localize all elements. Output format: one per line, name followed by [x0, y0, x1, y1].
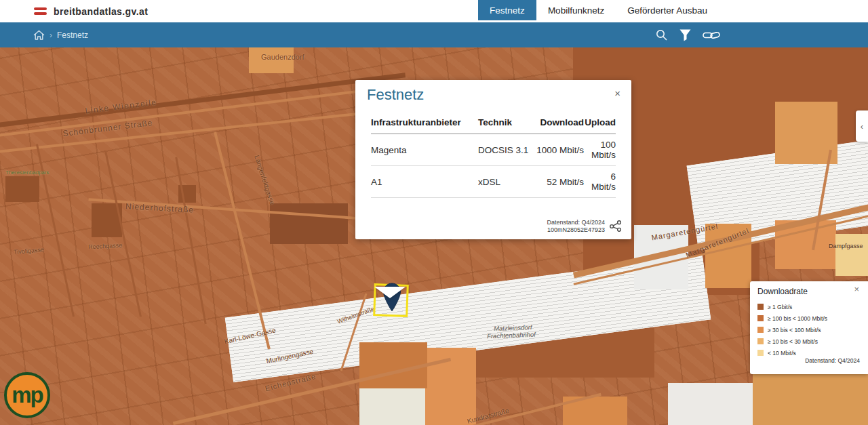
search-icon[interactable]	[655, 28, 668, 41]
legend-swatch	[757, 315, 764, 321]
legend-title: Downloadrate	[757, 287, 808, 296]
legend-label: ≥ 100 bis < 1000 Mbit/s	[768, 315, 827, 322]
tab-gef-rderter-ausbau[interactable]: Geförderter Ausbau	[616, 0, 719, 20]
nav-tabs: FestnetzMobilfunknetzGeförderter Ausbau	[478, 0, 719, 22]
tab-mobilfunknetz[interactable]: Mobilfunknetz	[536, 0, 616, 20]
table-row: A1xDSL52 Mbit/s6 Mbit/s	[371, 166, 616, 198]
brand[interactable]: breitbandatlas.gv.at	[34, 6, 148, 17]
tab-festnetz[interactable]: Festnetz	[478, 0, 536, 20]
link-icon[interactable]	[703, 30, 720, 41]
cell-infrastrukturanbieter: Magenta	[371, 134, 478, 166]
map-label-gaudenzdorf: Gaudenzdorf	[261, 53, 304, 61]
map-coverage-cell	[835, 234, 868, 276]
close-icon[interactable]: ×	[854, 284, 859, 294]
map-label-theresienbadpark: Theresienbadpark	[5, 169, 49, 176]
legend-item: ≥ 30 bis < 100 Mbit/s	[757, 324, 827, 336]
col-header-download: Download	[531, 113, 584, 134]
col-header-upload: Upload	[584, 113, 616, 134]
breadcrumb: › Festnetz	[33, 30, 88, 41]
app-header: breitbandatlas.gv.at FestnetzMobilfunkne…	[0, 0, 868, 22]
popup-pointer	[374, 287, 406, 298]
col-header-infrastrukturanbieter: Infrastrukturanbieter	[371, 113, 478, 134]
share-icon[interactable]	[610, 220, 622, 232]
legend-swatch	[757, 350, 764, 356]
breadcrumb-chevron: ›	[50, 31, 52, 40]
legend-panel: Downloadrate × ≥ 1 Gbit/s≥ 100 bis < 100…	[750, 281, 868, 374]
home-icon[interactable]	[33, 30, 45, 41]
popup-title: Festnetz	[367, 86, 424, 104]
cell-technik: DOCSIS 3.1	[478, 134, 531, 166]
map-coverage-cell	[359, 386, 427, 425]
cell-download: 52 Mbit/s	[531, 166, 584, 198]
panel-collapse-button[interactable]: ‹	[856, 110, 868, 142]
legend-label: ≥ 1 Gbit/s	[768, 304, 792, 310]
legend-swatch	[757, 327, 764, 333]
datenstand-label: Datenstand: Q4/2024	[547, 219, 605, 226]
map-toolbar: › Festnetz	[0, 22, 868, 47]
legend-label: ≥ 10 bis < 30 Mbit/s	[768, 338, 818, 345]
provider-table: InfrastrukturanbieterTechnikDownloadUplo…	[371, 113, 616, 198]
festnetz-popup: Festnetz × InfrastrukturanbieterTechnikD…	[355, 80, 631, 239]
data-status: Datenstand: Q4/2024 100mN28052E47923	[547, 219, 605, 235]
table-row: MagentaDOCSIS 3.11000 Mbit/s100 Mbit/s	[371, 134, 616, 166]
cell-infrastrukturanbieter: A1	[371, 166, 478, 198]
col-header-technik: Technik	[478, 113, 531, 134]
legend-item: ≥ 100 bis < 1000 Mbit/s	[757, 312, 827, 324]
brand-title: breitbandatlas.gv.at	[54, 6, 148, 17]
map-coverage-cell	[5, 176, 39, 202]
legend-label: ≥ 30 bis < 100 Mbit/s	[768, 327, 821, 333]
legend-item: ≥ 10 bis < 30 Mbit/s	[757, 336, 827, 347]
cell-upload: 100 Mbit/s	[584, 134, 616, 166]
mp-watermark-logo: mp	[4, 372, 50, 418]
legend-item: ≥ 1 Gbit/s	[757, 301, 827, 312]
legend-label: < 10 Mbit/s	[768, 350, 796, 357]
close-icon[interactable]: ×	[614, 88, 620, 98]
grid-cell-id: 100mN28052E47923	[547, 226, 605, 234]
austria-flag-icon	[34, 7, 47, 16]
breadcrumb-current: Festnetz	[57, 31, 88, 40]
legend-swatch	[757, 338, 764, 344]
chevron-left-icon: ‹	[861, 121, 863, 131]
cell-upload: 6 Mbit/s	[584, 166, 616, 198]
map-coverage-cell	[668, 383, 756, 425]
cell-technik: xDSL	[478, 166, 531, 198]
filter-icon[interactable]	[679, 29, 691, 41]
legend-swatch	[757, 304, 764, 310]
map-coverage-cell	[270, 203, 348, 244]
legend-datenstand: Datenstand: Q4/2024	[805, 357, 860, 364]
cell-download: 1000 Mbit/s	[531, 134, 584, 166]
map-label-dampfgasse: Dampfgasse	[829, 243, 863, 249]
